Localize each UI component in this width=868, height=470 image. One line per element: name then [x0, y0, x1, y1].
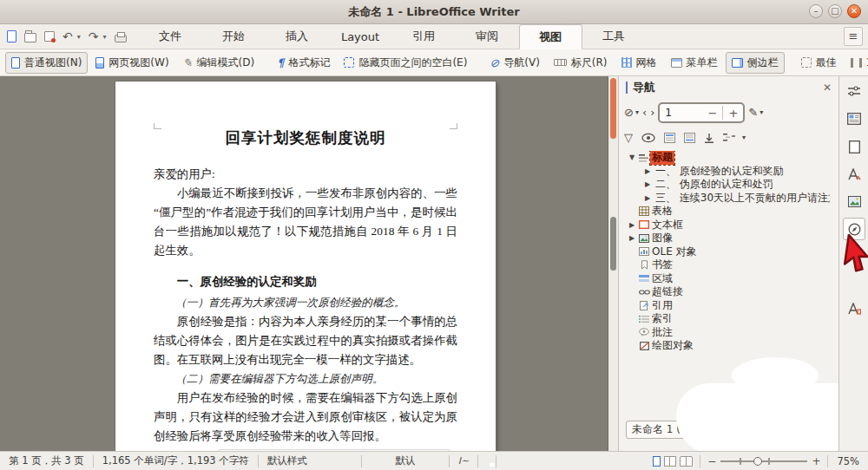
zoom-slider[interactable]: − +: [700, 455, 827, 467]
scrollbar-thumb-orange[interactable]: [610, 78, 616, 139]
document-page[interactable]: 回享计划奖惩制度说明 亲爱的用户: 小编最近不断接到投诉，一些发布非原创内容的、…: [115, 82, 496, 451]
tab-file[interactable]: 文件: [139, 24, 202, 49]
tree-item-tables[interactable]: 表格: [626, 205, 830, 218]
tree-item-heading-3[interactable]: ▶ 三、 连续30天以上不贡献的用户请注意: [626, 192, 830, 205]
normal-view-button[interactable]: 普通视图(N): [5, 52, 88, 74]
decrement-icon[interactable]: −: [708, 107, 718, 120]
scrollbar-thumb-gray[interactable]: [610, 217, 616, 271]
tree-item-hyperlinks[interactable]: 超链接: [626, 285, 830, 298]
tab-layout[interactable]: Layout: [329, 24, 392, 49]
tab-tools[interactable]: 工具: [582, 24, 646, 49]
sidebar-styles-icon[interactable]: [843, 163, 865, 186]
tab-insert[interactable]: 插入: [266, 24, 329, 49]
header-list-icon[interactable]: [664, 133, 675, 143]
sidebar-page-icon[interactable]: [843, 135, 865, 158]
zoom-track[interactable]: [720, 460, 807, 462]
minimize-button[interactable]: –: [809, 4, 823, 18]
expand-icon[interactable]: ▶: [641, 194, 654, 202]
edit-mode-button[interactable]: ✎编辑模式(D): [177, 52, 261, 74]
sidebar-button[interactable]: 侧边栏: [726, 52, 785, 74]
maximize-button[interactable]: □: [828, 4, 842, 18]
menubar-button[interactable]: 菜单栏: [665, 52, 724, 74]
tab-review[interactable]: 审阅: [456, 24, 519, 49]
word-count-status[interactable]: 1,165 个单词/字，1,193 个字符: [94, 454, 258, 467]
tree-item-text-frames[interactable]: ▶ 文本框: [626, 219, 830, 232]
close-panel-icon[interactable]: ✕: [823, 82, 832, 94]
zoom-100-button[interactable]: 100%: [845, 53, 868, 72]
zoom-out-icon[interactable]: −: [707, 455, 716, 467]
redo-icon[interactable]: ↷: [89, 30, 99, 42]
language-status[interactable]: 默认: [362, 454, 449, 467]
expand-icon[interactable]: ▶: [626, 221, 638, 229]
tree-item-heading-1[interactable]: ▶ 一、 原创经验的认定和奖励: [626, 165, 830, 178]
navigator-button[interactable]: ⊘导航(V): [483, 52, 545, 74]
sidebar-properties-icon[interactable]: [843, 108, 865, 130]
single-page-view-icon[interactable]: [653, 456, 661, 467]
grid-icon: [621, 57, 632, 68]
document-canvas[interactable]: 回享计划奖惩制度说明 亲爱的用户: 小编最近不断接到投诉，一些发布非原创内容的、…: [0, 76, 608, 451]
tree-item-images[interactable]: ▶ 图像: [626, 232, 830, 245]
open-icon[interactable]: [24, 33, 36, 42]
zoom-thumb[interactable]: [753, 457, 762, 466]
content-view-funnel-icon[interactable]: ▽: [624, 131, 633, 145]
footer-list-icon[interactable]: [684, 133, 695, 143]
tab-references[interactable]: 引用: [392, 24, 456, 49]
zoom-optimal-button[interactable]: 最佳: [795, 52, 843, 74]
titlebar: 未命名 1 - LibreOffice Writer – □ ✕: [0, 0, 868, 24]
multi-page-view-icon[interactable]: [664, 456, 676, 467]
menu-icon[interactable]: ≡: [844, 27, 863, 46]
eye-icon[interactable]: [641, 133, 655, 143]
tab-home[interactable]: 开始: [202, 24, 266, 49]
drag-mode-pencil-icon[interactable]: ✎: [748, 106, 758, 120]
ruler-button[interactable]: 标尺(R): [548, 52, 614, 74]
page-number-spinner[interactable]: 1 − +: [658, 102, 745, 123]
zoom-percentage[interactable]: 75%: [828, 455, 868, 467]
selection-mode-icon[interactable]: I~: [450, 455, 477, 467]
print-icon[interactable]: [115, 35, 127, 42]
tree-item-heading-2[interactable]: ▶ 二、 伪原创的认定和处罚: [626, 178, 830, 191]
expand-icon[interactable]: ▶: [641, 167, 654, 175]
chevron-down-icon[interactable]: ▾: [635, 106, 639, 120]
next-icon[interactable]: ›: [650, 106, 654, 120]
formatting-marks-button[interactable]: ¶格式标记: [271, 52, 336, 74]
close-button[interactable]: ✕: [847, 4, 861, 18]
tree-item-bookmarks[interactable]: 书签: [626, 258, 830, 271]
zoom-in-icon[interactable]: +: [812, 455, 820, 467]
grid-button[interactable]: 网格: [615, 52, 663, 74]
sidebar-style-inspector-icon[interactable]: [843, 297, 865, 320]
tree-item-sections[interactable]: 区域: [626, 272, 830, 285]
sidebar-gallery-icon[interactable]: [843, 190, 865, 212]
new-document-icon[interactable]: [7, 30, 16, 42]
status-bar: 第 1 页，共 3 页 1,165 个单词/字，1,193 个字符 默认样式 默…: [0, 451, 868, 470]
tree-item-headings[interactable]: ▼ 标题: [626, 151, 830, 164]
page-style-status[interactable]: 默认样式: [259, 454, 361, 467]
tree-item-drawing-objects[interactable]: 绘图对象: [626, 339, 830, 352]
navigate-by-icon[interactable]: ⊘: [624, 106, 634, 120]
chevron-down-icon[interactable]: ▾: [742, 131, 746, 145]
web-view-button[interactable]: 网页视图(W): [89, 52, 174, 74]
increment-icon[interactable]: +: [728, 107, 738, 120]
tab-view[interactable]: 视图: [519, 24, 582, 49]
outline-level-icon[interactable]: [723, 133, 735, 143]
chevron-down-icon[interactable]: ▾: [760, 106, 763, 120]
previous-icon[interactable]: ‹: [642, 106, 647, 120]
undo-icon[interactable]: ↶: [62, 30, 73, 42]
document-scrollbar[interactable]: [608, 76, 618, 451]
tree-item-ole-objects[interactable]: OLE 对象: [626, 245, 830, 258]
expand-icon[interactable]: ▶: [641, 180, 654, 188]
tree-item-indexes[interactable]: 索引: [626, 312, 830, 325]
hide-whitespace-button[interactable]: 隐藏页面之间的空白(E): [338, 52, 473, 74]
collapse-icon[interactable]: ▼: [626, 153, 638, 161]
page-number-value[interactable]: 1: [665, 107, 702, 119]
sidebar-settings-icon[interactable]: [843, 80, 865, 102]
reference-icon: [638, 301, 650, 310]
book-view-icon[interactable]: [680, 456, 693, 467]
redo-dropdown-icon[interactable]: ▾: [102, 33, 106, 41]
expand-icon[interactable]: ▶: [626, 234, 638, 242]
tree-item-comments[interactable]: 批注: [626, 326, 830, 339]
undo-dropdown-icon[interactable]: ▾: [77, 33, 81, 41]
save-icon[interactable]: [44, 31, 55, 42]
page-count-status[interactable]: 第 1 页，共 3 页: [0, 454, 93, 467]
anchor-text-icon[interactable]: [704, 133, 714, 144]
tree-item-references[interactable]: 引用: [626, 299, 830, 312]
